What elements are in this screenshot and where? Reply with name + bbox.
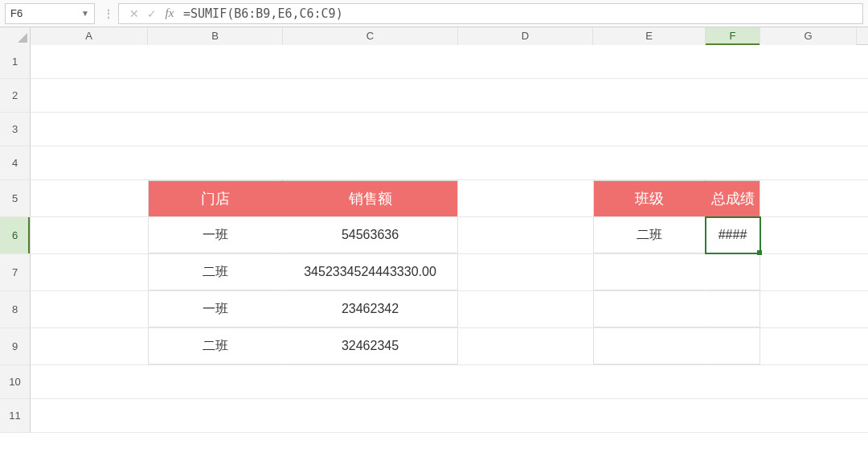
confirm-icon[interactable]: ✓ — [143, 7, 161, 20]
cell-B6[interactable]: 一班 — [148, 217, 283, 253]
cell[interactable] — [706, 113, 760, 146]
cell-E7[interactable] — [593, 254, 706, 290]
cell-F9[interactable] — [706, 328, 760, 364]
cell[interactable] — [760, 146, 857, 179]
col-header-E[interactable]: E — [593, 27, 706, 45]
cell-F8[interactable] — [706, 291, 760, 327]
dropdown-caret-icon[interactable]: ▼ — [81, 9, 89, 18]
cell[interactable] — [593, 146, 706, 179]
name-box-resize-icon[interactable]: ⋮ — [100, 7, 118, 20]
cell-F7[interactable] — [706, 254, 760, 290]
cell[interactable] — [458, 291, 593, 327]
cell[interactable] — [458, 45, 593, 78]
cell-E9[interactable] — [593, 328, 706, 364]
row-header-10[interactable]: 10 — [0, 365, 31, 398]
cell[interactable] — [760, 79, 857, 112]
row-header-11[interactable]: 11 — [0, 399, 31, 432]
cell[interactable] — [148, 146, 283, 179]
cell[interactable] — [148, 399, 283, 432]
row-header-5[interactable]: 5 — [0, 180, 31, 216]
cell[interactable] — [458, 180, 593, 216]
table-header-store[interactable]: 门店 — [148, 180, 283, 216]
cell[interactable] — [283, 399, 458, 432]
cell[interactable] — [31, 79, 148, 112]
formula-input[interactable]: =SUMIF(B6:B9,E6,C6:C9) — [178, 6, 856, 21]
cell-F6-selected[interactable]: #### — [706, 217, 760, 253]
cell[interactable] — [706, 79, 760, 112]
cell[interactable] — [760, 399, 857, 432]
name-box[interactable]: F6 ▼ — [5, 3, 95, 24]
cell[interactable] — [31, 254, 148, 290]
cell[interactable] — [148, 45, 283, 78]
cell-C9[interactable]: 32462345 — [283, 328, 458, 364]
cancel-icon[interactable]: ✕ — [125, 7, 143, 20]
cell[interactable] — [283, 146, 458, 179]
col-header-A[interactable]: A — [31, 27, 148, 45]
cell[interactable] — [148, 365, 283, 398]
cell[interactable] — [706, 399, 760, 432]
cell[interactable] — [760, 217, 857, 253]
table-header-class[interactable]: 班级 — [593, 180, 706, 216]
row-header-4[interactable]: 4 — [0, 146, 31, 179]
cell[interactable] — [593, 113, 706, 146]
cell[interactable] — [706, 45, 760, 78]
select-all-corner[interactable] — [0, 27, 31, 45]
cell[interactable] — [458, 217, 593, 253]
fill-handle[interactable] — [757, 250, 762, 255]
cell[interactable] — [31, 328, 148, 364]
cell[interactable] — [31, 113, 148, 146]
cell-C7[interactable]: 3452334524443330.00 — [283, 254, 458, 290]
row-header-1[interactable]: 1 — [0, 45, 31, 78]
col-header-G[interactable]: G — [760, 27, 857, 45]
row-header-2[interactable]: 2 — [0, 79, 31, 112]
cell[interactable] — [458, 365, 593, 398]
cell[interactable] — [31, 399, 148, 432]
cell[interactable] — [458, 79, 593, 112]
row-header-9[interactable]: 9 — [0, 328, 31, 364]
cell[interactable] — [283, 113, 458, 146]
cell-E8[interactable] — [593, 291, 706, 327]
cell[interactable] — [148, 113, 283, 146]
row-header-6[interactable]: 6 — [0, 217, 31, 253]
cell[interactable] — [283, 45, 458, 78]
cell-B7[interactable]: 二班 — [148, 254, 283, 290]
cell[interactable] — [593, 365, 706, 398]
cell-C6[interactable]: 54563636 — [283, 217, 458, 253]
table-header-total[interactable]: 总成绩 — [706, 180, 760, 216]
cell[interactable] — [760, 180, 857, 216]
cell[interactable] — [458, 113, 593, 146]
cell[interactable] — [458, 399, 593, 432]
cell[interactable] — [148, 79, 283, 112]
cell-B8[interactable]: 一班 — [148, 291, 283, 327]
cell-B9[interactable]: 二班 — [148, 328, 283, 364]
cell[interactable] — [458, 146, 593, 179]
fx-icon[interactable]: fx — [161, 6, 178, 20]
cell[interactable] — [31, 217, 148, 253]
formula-area[interactable]: ✕ ✓ fx =SUMIF(B6:B9,E6,C6:C9) — [118, 3, 863, 24]
col-header-B[interactable]: B — [148, 27, 283, 45]
cell[interactable] — [593, 79, 706, 112]
cell[interactable] — [283, 79, 458, 112]
cell[interactable] — [706, 365, 760, 398]
table-header-sales[interactable]: 销售额 — [283, 180, 458, 216]
cell[interactable] — [706, 146, 760, 179]
cell[interactable] — [31, 291, 148, 327]
col-header-D[interactable]: D — [458, 27, 593, 45]
cell[interactable] — [458, 254, 593, 290]
cell[interactable] — [760, 365, 857, 398]
col-header-F[interactable]: F — [706, 27, 760, 45]
cell[interactable] — [593, 399, 706, 432]
row-header-7[interactable]: 7 — [0, 254, 31, 290]
cell[interactable] — [760, 291, 857, 327]
cell[interactable] — [458, 328, 593, 364]
spreadsheet-grid[interactable]: A B C D E F G 1 2 3 4 — [0, 27, 868, 457]
cell[interactable] — [283, 365, 458, 398]
cell[interactable] — [593, 45, 706, 78]
cell-E6[interactable]: 二班 — [593, 217, 706, 253]
cell[interactable] — [760, 113, 857, 146]
cell-C8[interactable]: 23462342 — [283, 291, 458, 327]
cell[interactable] — [31, 45, 148, 78]
cell[interactable] — [760, 254, 857, 290]
cell[interactable] — [31, 365, 148, 398]
cell[interactable] — [760, 45, 857, 78]
